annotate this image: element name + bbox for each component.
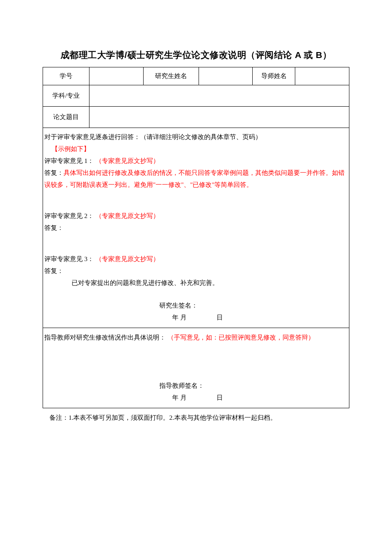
student-id-value[interactable] bbox=[89, 67, 144, 85]
student-name-value[interactable] bbox=[199, 67, 253, 85]
info-row-major: 学科/专业 bbox=[43, 85, 349, 107]
major-label: 学科/专业 bbox=[43, 85, 89, 107]
advisor-signature-label: 指导教师签名： bbox=[44, 380, 348, 392]
student-name-label: 研究生姓名 bbox=[143, 67, 199, 85]
student-date-line: 年 月日 bbox=[44, 311, 348, 323]
response-section: 对于评审专家意见逐条进行回答：（请详细注明论文修改的具体章节、页码） 【示例如下… bbox=[43, 128, 349, 328]
reviewer-comment-1-hint: （专家意见原文抄写） bbox=[95, 157, 159, 164]
advisor-date-d: 日 bbox=[216, 394, 223, 401]
student-signature-label: 研究生签名： bbox=[44, 299, 348, 311]
student-date-ym: 年 月 bbox=[172, 314, 187, 321]
student-id-label: 学号 bbox=[43, 67, 89, 85]
reviewer-comment-1-label: 评审专家意见 1： bbox=[44, 157, 94, 164]
advisor-name-label: 导师姓名 bbox=[253, 67, 295, 85]
form-table: 学号 研究生姓名 导师姓名 学科/专业 论文题目 对于评审专家意见逐条进行回答：… bbox=[43, 67, 349, 408]
info-row-thesis: 论文题目 bbox=[43, 107, 349, 128]
thesis-title-label: 论文题目 bbox=[43, 107, 89, 128]
thesis-title-value[interactable] bbox=[89, 107, 349, 128]
reply-3-label: 答复： bbox=[44, 265, 348, 277]
reviewer-comment-2-hint: （专家意见原文抄写） bbox=[95, 212, 159, 219]
reply-1-label: 答复： bbox=[44, 169, 63, 176]
response-intro: 对于评审专家意见逐条进行回答：（请详细注明论文修改的具体章节、页码） bbox=[44, 131, 348, 143]
advisor-section-row: 指导教师对研究生修改情况作出具体说明： （手写意见，如：已按照评阅意见修改，同意… bbox=[43, 328, 349, 408]
advisor-intro-hint: （手写意见，如：已按照评阅意见修改，同意答辩） bbox=[167, 334, 314, 341]
reviewer-comment-2-label: 评审专家意见 2： bbox=[44, 212, 94, 219]
advisor-date-ym: 年 月 bbox=[172, 394, 187, 401]
advisor-name-value[interactable] bbox=[295, 67, 349, 85]
student-date-d: 日 bbox=[216, 314, 223, 321]
advisor-date-line: 年 月日 bbox=[44, 392, 348, 404]
reply-1-text: 具体写出如何进行修改及修改后的情况，不能只回答专家举例问题，其他类似问题要一并作… bbox=[44, 169, 345, 188]
example-tag: 【示例如下】 bbox=[52, 145, 90, 152]
advisor-intro-label: 指导教师对研究生修改情况作出具体说明： bbox=[44, 334, 166, 341]
info-row-basic: 学号 研究生姓名 导师姓名 bbox=[43, 67, 349, 85]
advisor-section: 指导教师对研究生修改情况作出具体说明： （手写意见，如：已按照评阅意见修改，同意… bbox=[43, 328, 349, 408]
reply-2-label: 答复： bbox=[44, 222, 348, 234]
reviewer-comment-3-hint: （专家意见原文抄写） bbox=[95, 256, 159, 262]
response-section-row: 对于评审专家意见逐条进行回答：（请详细注明论文修改的具体章节、页码） 【示例如下… bbox=[43, 128, 349, 328]
reviewer-comment-3-label: 评审专家意见 3： bbox=[44, 256, 94, 262]
student-confirm-text: 已对专家提出的问题和意见进行修改、补充和完善。 bbox=[44, 277, 348, 289]
major-value[interactable] bbox=[89, 85, 349, 107]
footer-notes: 备注：1.本表不够可另加页，须双面打印。2.本表与其他学位评审材料一起归档。 bbox=[43, 412, 349, 423]
page-title: 成都理工大学博/硕士研究生学位论文修改说明（评阅结论 A 或 B） bbox=[43, 49, 349, 61]
